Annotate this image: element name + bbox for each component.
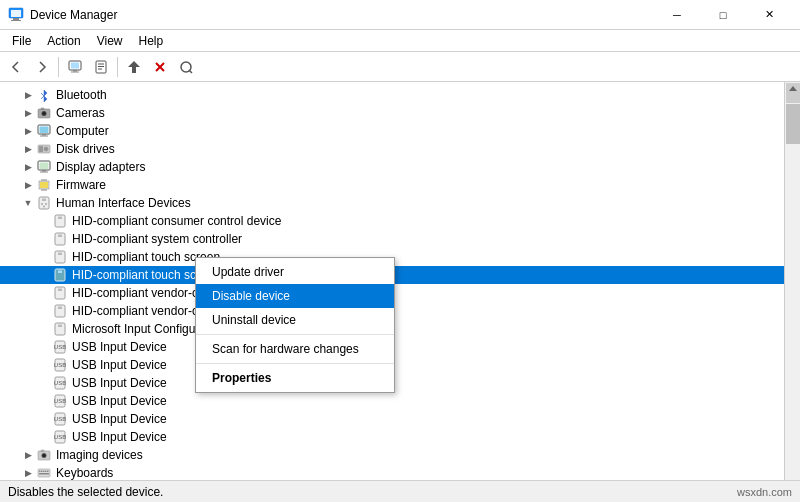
tree-item-usb5[interactable]: ▶ USB USB Input Device bbox=[0, 410, 800, 428]
tree-item-usb4[interactable]: ▶ USB USB Input Device bbox=[0, 392, 800, 410]
usb1-icon: USB bbox=[52, 339, 68, 355]
tree-item-hid[interactable]: ▼ Human Interface Devices bbox=[0, 194, 800, 212]
expand-imaging[interactable]: ▶ bbox=[20, 447, 36, 463]
tree-item-hid-vendor2[interactable]: ▶ HID-compliant vendor-c... bbox=[0, 302, 800, 320]
expand-display[interactable]: ▶ bbox=[20, 159, 36, 175]
tree-item-usb3[interactable]: ▶ USB USB Input Device bbox=[0, 374, 800, 392]
disk-drives-icon bbox=[36, 141, 52, 157]
svg-rect-6 bbox=[73, 70, 77, 72]
minimize-button[interactable]: ─ bbox=[654, 0, 700, 30]
expand-cameras[interactable]: ▶ bbox=[20, 105, 36, 121]
hid-touch2-icon bbox=[52, 267, 68, 283]
usb3-icon: USB bbox=[52, 375, 68, 391]
tree-item-bluetooth[interactable]: ▶ Bluetooth bbox=[0, 86, 800, 104]
svg-text:USB: USB bbox=[54, 380, 66, 386]
ctx-uninstall-device[interactable]: Uninstall device bbox=[196, 308, 394, 332]
ctx-properties[interactable]: Properties bbox=[196, 366, 394, 390]
app-icon bbox=[8, 7, 24, 23]
maximize-button[interactable]: □ bbox=[700, 0, 746, 30]
svg-rect-45 bbox=[58, 217, 62, 220]
ctx-scan-changes[interactable]: Scan for hardware changes bbox=[196, 337, 394, 361]
expand-firmware[interactable]: ▶ bbox=[20, 177, 36, 193]
scrollbar-track[interactable] bbox=[784, 82, 800, 480]
tree-item-cameras[interactable]: ▶ Cameras bbox=[0, 104, 800, 122]
hid-vendor2-icon bbox=[52, 303, 68, 319]
computer-label: Computer bbox=[56, 124, 109, 138]
toolbar-sep-2 bbox=[117, 57, 118, 77]
svg-rect-3 bbox=[11, 20, 21, 21]
hid-label: Human Interface Devices bbox=[56, 196, 191, 210]
device-tree[interactable]: ▶ Bluetooth ▶ Cameras ▶ bbox=[0, 82, 800, 480]
forward-button[interactable] bbox=[30, 55, 54, 79]
tree-item-hid-touch2[interactable]: ▶ HID-compliant touch sc bbox=[0, 266, 800, 284]
close-button[interactable]: ✕ bbox=[746, 0, 792, 30]
toolbar bbox=[0, 52, 800, 82]
cameras-icon bbox=[36, 105, 52, 121]
svg-rect-30 bbox=[40, 172, 48, 173]
usb5-icon: USB bbox=[52, 411, 68, 427]
bluetooth-label: Bluetooth bbox=[56, 88, 107, 102]
hid-system-icon bbox=[52, 231, 68, 247]
tree-item-usb1[interactable]: ▶ USB USB Input Device bbox=[0, 338, 800, 356]
hid-system-label: HID-compliant system controller bbox=[72, 232, 242, 246]
expand-bluetooth[interactable]: ▶ bbox=[20, 87, 36, 103]
tree-item-display-adapters[interactable]: ▶ Display adapters bbox=[0, 158, 800, 176]
tree-item-usb2[interactable]: ▶ USB USB Input Device bbox=[0, 356, 800, 374]
scroll-thumb[interactable] bbox=[786, 104, 800, 144]
tree-item-firmware[interactable]: ▶ Firmware bbox=[0, 176, 800, 194]
imaging-icon bbox=[36, 447, 52, 463]
tree-item-hid-system[interactable]: ▶ HID-compliant system controller bbox=[0, 230, 800, 248]
toolbar-sep-1 bbox=[58, 57, 59, 77]
firmware-icon bbox=[36, 177, 52, 193]
menu-file[interactable]: File bbox=[4, 32, 39, 50]
main-content: ▶ Bluetooth ▶ Cameras ▶ bbox=[0, 82, 800, 480]
svg-rect-57 bbox=[58, 325, 62, 328]
tree-item-disk-drives[interactable]: ▶ Disk drives bbox=[0, 140, 800, 158]
svg-rect-32 bbox=[40, 182, 48, 188]
scroll-up-button[interactable] bbox=[786, 83, 800, 103]
tree-item-hid-consumer[interactable]: ▶ HID-compliant consumer control device bbox=[0, 212, 800, 230]
menu-view[interactable]: View bbox=[89, 32, 131, 50]
tree-item-keyboards[interactable]: ▶ Keyboards bbox=[0, 464, 800, 480]
svg-rect-49 bbox=[58, 253, 62, 256]
tree-item-ms-input[interactable]: ▶ Microsoft Input Configu... bbox=[0, 320, 800, 338]
menu-action[interactable]: Action bbox=[39, 32, 88, 50]
tree-item-hid-vendor1[interactable]: ▶ HID-compliant vendor-c... bbox=[0, 284, 800, 302]
svg-rect-22 bbox=[40, 136, 48, 137]
svg-rect-53 bbox=[58, 289, 62, 292]
svg-rect-76 bbox=[41, 471, 43, 473]
expand-computer[interactable]: ▶ bbox=[20, 123, 36, 139]
back-button[interactable] bbox=[4, 55, 28, 79]
expand-hid[interactable]: ▼ bbox=[20, 195, 36, 211]
computer-view-button[interactable] bbox=[63, 55, 87, 79]
usb2-icon: USB bbox=[52, 357, 68, 373]
expand-keyboards[interactable]: ▶ bbox=[20, 465, 36, 480]
svg-rect-75 bbox=[39, 471, 41, 473]
ctx-sep-2 bbox=[196, 363, 394, 364]
tree-item-imaging[interactable]: ▶ Imaging devices bbox=[0, 446, 800, 464]
menu-bar: File Action View Help bbox=[0, 30, 800, 52]
scan-button[interactable] bbox=[174, 55, 198, 79]
update-driver-button[interactable] bbox=[122, 55, 146, 79]
uninstall-button[interactable] bbox=[148, 55, 172, 79]
ctx-disable-device[interactable]: Disable device bbox=[196, 284, 394, 308]
tree-item-computer[interactable]: ▶ Computer bbox=[0, 122, 800, 140]
svg-rect-24 bbox=[39, 146, 43, 152]
keyboards-icon bbox=[36, 465, 52, 480]
usb5-label: USB Input Device bbox=[72, 412, 167, 426]
properties-toolbar-button[interactable] bbox=[89, 55, 113, 79]
svg-point-72 bbox=[43, 454, 46, 457]
svg-rect-47 bbox=[58, 235, 62, 238]
firmware-label: Firmware bbox=[56, 178, 106, 192]
tree-item-hid-touch1[interactable]: ▶ HID-compliant touch screen bbox=[0, 248, 800, 266]
expand-disk-drives[interactable]: ▶ bbox=[20, 141, 36, 157]
menu-help[interactable]: Help bbox=[131, 32, 172, 50]
tree-item-usb6[interactable]: ▶ USB USB Input Device bbox=[0, 428, 800, 446]
ctx-update-driver[interactable]: Update driver bbox=[196, 260, 394, 284]
ctx-sep-1 bbox=[196, 334, 394, 335]
svg-rect-78 bbox=[45, 471, 47, 473]
svg-rect-2 bbox=[13, 18, 19, 20]
display-icon bbox=[36, 159, 52, 175]
svg-rect-20 bbox=[40, 127, 49, 134]
svg-rect-29 bbox=[42, 170, 46, 172]
